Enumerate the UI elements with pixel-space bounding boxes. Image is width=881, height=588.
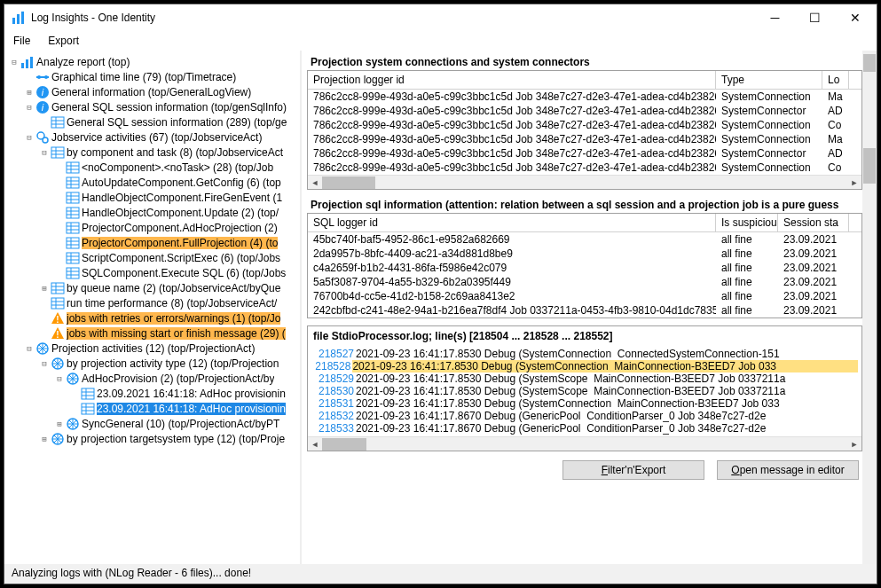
column-header[interactable]: Projection logger id	[308, 71, 716, 89]
tree-node-label: Projection activities (12) (top/Projecti…	[51, 342, 255, 355]
tree-node[interactable]: ⊞iGeneral information (top/GeneralLogVie…	[4, 84, 300, 99]
line-number: 218532	[311, 410, 356, 422]
table-row[interactable]: 786c2cc8-999e-493d-a0e5-c99c3bbc1c5d Job…	[308, 118, 861, 132]
expand-icon[interactable]: ⊞	[38, 284, 51, 293]
table-row[interactable]: 2da9957b-8bfc-4409-ac21-a34d881d8be9all …	[308, 247, 861, 261]
column-header[interactable]: Session sta	[778, 214, 849, 231]
tree-node[interactable]: ⊟iGeneral SQL session information (top/g…	[4, 99, 300, 114]
minimize-button[interactable]: ─	[755, 5, 795, 30]
column-header[interactable]: Type	[716, 71, 822, 89]
tree-node[interactable]: Graphical time line (79) (top/Timetrace)	[4, 69, 300, 84]
tree-node[interactable]: ScriptComponent.ScriptExec (6) (top/Jobs	[4, 250, 300, 265]
tree-node[interactable]: ⊟AdHocProvision (2) (top/ProjectionAct/b…	[4, 371, 300, 386]
collapse-icon[interactable]: ⊟	[8, 58, 20, 67]
log-line[interactable]: 2185282021-09-23 16:41:17.8530 Debug (Sy…	[311, 360, 858, 372]
tree-node[interactable]: ProjectorComponent.FullProjection (4) (t…	[4, 235, 300, 250]
collapse-icon[interactable]: ⊟	[23, 344, 35, 353]
maximize-button[interactable]: ☐	[795, 5, 835, 30]
expand-icon[interactable]: ⊞	[53, 419, 66, 428]
tree-node[interactable]: ProjectorComponent.AdHocProjection (2)	[4, 220, 300, 235]
tree-node[interactable]: ⊟Jobservice activities (67) (top/Jobserv…	[4, 129, 300, 145]
log-horizontal-scrollbar[interactable]: ◄►	[308, 436, 861, 451]
svg-rect-1	[17, 14, 20, 24]
tree-node[interactable]: General SQL session information (289) (t…	[4, 114, 300, 129]
tree-node-label: by projection activity type (12) (top/Pr…	[67, 357, 279, 370]
table-icon	[66, 161, 80, 175]
svg-rect-47	[67, 253, 79, 263]
table-row[interactable]: 786c2cc8-999e-493d-a0e5-c99c3bbc1c5d Job…	[308, 161, 861, 175]
log-title: file StdioProcessor.log; line(s) [218504…	[308, 326, 861, 346]
table-row[interactable]: 786c2cc8-999e-493d-a0e5-c99c3bbc1c5d Job…	[308, 90, 861, 104]
tree-node[interactable]: 23.09.2021 16:41:18: AdHoc provisionin	[4, 386, 300, 401]
table-row[interactable]: c4a2659f-b1b2-4431-86fa-f5986e42c079all …	[308, 261, 861, 275]
svg-rect-55	[51, 283, 64, 294]
tree-node-label: ProjectorComponent.FullProjection (4) (t…	[82, 237, 278, 249]
line-number: 218531	[311, 397, 356, 410]
table-row[interactable]: 45bc740f-baf5-4952-86c1-e9582a682669all …	[308, 232, 861, 247]
navigation-tree[interactable]: ⊟Analyze report (top)Graphical time line…	[4, 51, 300, 450]
table-icon	[51, 145, 65, 160]
table-row[interactable]: 786c2cc8-999e-493d-a0e5-c99c3bbc1c5d Job…	[308, 104, 861, 118]
status-bar: Analyzing logs with (NLog Reader - 6 fil…	[4, 564, 877, 584]
tree-node[interactable]: AutoUpdateComponent.GetConfig (6) (top	[4, 175, 300, 190]
column-header[interactable]: Is suspicious	[716, 214, 778, 231]
tree-node[interactable]: ⊞SyncGeneral (10) (top/ProjectionAct/byP…	[4, 416, 300, 431]
svg-rect-35	[67, 208, 79, 218]
tree-node[interactable]: HandleObjectComponent.Update (2) (top/	[4, 205, 300, 220]
column-header[interactable]: SQL logger id	[308, 214, 716, 231]
log-line[interactable]: 2185292021-09-23 16:41:17.8530 Debug (Sy…	[311, 372, 858, 385]
tree-node[interactable]: !jobs with retries or errors/warnings (1…	[4, 310, 300, 325]
line-number: 218529	[311, 372, 356, 385]
expand-icon[interactable]: ⊞	[38, 435, 51, 443]
log-line[interactable]: 2185312021-09-23 16:41:17.8530 Debug (Sy…	[311, 397, 858, 410]
tree-node[interactable]: 23.09.2021 16:41:18: AdHoc provisionin	[4, 401, 300, 416]
table-row[interactable]: 242cbfbd-c241-48e2-94a1-b216ea7f8df4 Job…	[308, 303, 861, 318]
tree-node[interactable]: ⊟Projection activities (12) (top/Project…	[4, 341, 300, 356]
collapse-icon[interactable]: ⊟	[53, 374, 66, 383]
table-row[interactable]: 786c2cc8-999e-493d-a0e5-c99c3bbc1c5d Job…	[308, 132, 861, 146]
tree-node-label: SQLComponent.Execute SQL (6) (top/Jobs	[82, 267, 286, 279]
menu-export[interactable]: Export	[48, 35, 79, 47]
log-line[interactable]: 2185332021-09-23 16:41:17.8670 Debug (Ge…	[311, 422, 858, 435]
log-body[interactable]: 2185272021-09-23 16:41:17.8530 Debug (Sy…	[308, 346, 861, 436]
line-number: 218533	[311, 422, 356, 435]
table-icon	[66, 176, 80, 190]
log-line[interactable]: 2185272021-09-23 16:41:17.8530 Debug (Sy…	[311, 348, 858, 360]
collapse-icon[interactable]: ⊟	[23, 103, 35, 112]
tree-node[interactable]: SQLComponent.Execute SQL (6) (top/Jobs	[4, 265, 300, 280]
proj-icon	[51, 357, 65, 371]
tree-node[interactable]: <noComponent>.<noTask> (28) (top/Job	[4, 160, 300, 175]
tree-node[interactable]: ⊟by projection activity type (12) (top/P…	[4, 356, 300, 371]
table-icon	[81, 402, 95, 416]
horizontal-scrollbar[interactable]: ◄►	[308, 175, 861, 189]
column-header[interactable]: Lo	[822, 71, 849, 89]
tree-node[interactable]: ⊞by projection targetsystem type (12) (t…	[4, 431, 300, 446]
tree-node[interactable]: HandleObjectComponent.FireGenEvent (1	[4, 190, 300, 205]
collapse-icon[interactable]: ⊟	[38, 148, 51, 157]
panel2-title: Projection sql information (attention: r…	[307, 197, 862, 213]
tree-node[interactable]: run time performance (8) (top/Jobservice…	[4, 295, 300, 310]
open-message-button[interactable]: Open message in editor	[717, 460, 859, 480]
tree-node[interactable]: ⊟Analyze report (top)	[4, 54, 300, 69]
svg-point-8	[44, 75, 48, 79]
filter-export-button[interactable]: Filter'n'Export	[562, 460, 704, 480]
log-line[interactable]: 2185302021-09-23 16:41:17.8530 Debug (Sy…	[311, 385, 858, 397]
menu-file[interactable]: File	[13, 35, 30, 47]
collapse-icon[interactable]: ⊟	[23, 133, 35, 142]
tree-node[interactable]: !jobs with missing start or finish messa…	[4, 325, 300, 341]
table-row[interactable]: 76700b4d-cc5e-41d2-b158-2c69aa8413e2all …	[308, 289, 861, 303]
connections-grid[interactable]: Projection logger idTypeLo 786c2cc8-999e…	[307, 70, 862, 190]
close-button[interactable]: ✕	[835, 5, 875, 30]
sql-grid[interactable]: SQL logger idIs suspiciousSession sta 45…	[307, 213, 862, 318]
table-icon	[66, 266, 80, 280]
svg-rect-31	[67, 192, 79, 203]
collapse-icon[interactable]: ⊟	[38, 359, 51, 368]
tree-node[interactable]: ⊞by queue name (2) (top/JobserviceAct/by…	[4, 280, 300, 295]
vertical-scrollbar[interactable]	[862, 51, 877, 564]
table-icon	[81, 387, 95, 401]
tree-node[interactable]: ⊟by component and task (8) (top/Jobservi…	[4, 145, 300, 160]
table-row[interactable]: 5a5f3087-9704-4a55-b329-6b2a0395f449all …	[308, 275, 861, 289]
log-line[interactable]: 2185322021-09-23 16:41:17.8670 Debug (Ge…	[311, 410, 858, 422]
expand-icon[interactable]: ⊞	[23, 88, 35, 97]
table-row[interactable]: 786c2cc8-999e-493d-a0e5-c99c3bbc1c5d Job…	[308, 146, 861, 161]
